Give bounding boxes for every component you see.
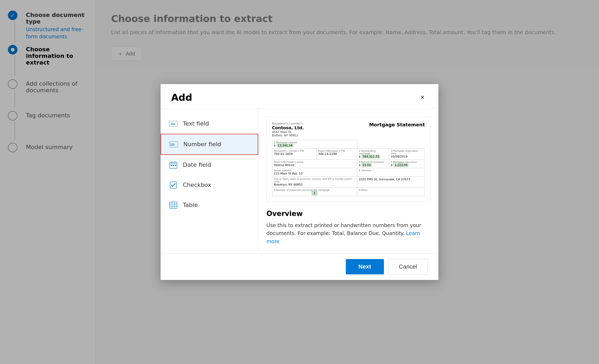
field-item-text[interactable]: Abc Text field xyxy=(161,114,258,134)
highlighted-value: 13,345.34 xyxy=(277,144,294,148)
text-field-label: Text field xyxy=(183,120,209,127)
field3-label: 3.Mortgage origination date xyxy=(391,150,423,155)
address-line2: Buffalo, NY 90852 xyxy=(272,134,304,137)
add-modal: Add × Abc Text field xyxy=(161,84,438,280)
table-row: 8.Number of properties securing the mort… xyxy=(272,187,425,196)
table-label: Table xyxy=(183,202,198,208)
highlighted-value: 1,222.05 xyxy=(393,163,409,167)
table-icon xyxy=(169,200,178,210)
borrower-name-value: Helena Wilcox xyxy=(274,163,355,167)
cancel-button[interactable]: Cancel xyxy=(388,259,428,275)
svg-rect-11 xyxy=(170,182,176,188)
city-label: City or Town, state or province, country… xyxy=(274,178,355,183)
close-button[interactable]: × xyxy=(417,92,428,103)
table-cell: 1.Mortgage interest $ 13,345.34 xyxy=(272,140,357,148)
field9-label: 9.Other xyxy=(359,189,423,191)
overview-title: Overview xyxy=(266,210,430,218)
svg-rect-8 xyxy=(171,165,172,166)
city-value2: 1025 Fifth St. Sunnyvale, CA 27673 xyxy=(359,178,423,181)
street-label: Street address xyxy=(274,169,355,172)
address-line1: 4567 Main St. xyxy=(272,130,304,134)
table-cell: Street address 123 Main St Apt. 10 xyxy=(272,168,357,176)
field2-label: 2.Outstanding mortgage xyxy=(359,150,387,155)
table-row: Street address 123 Main St Apt. 10 6. Ad… xyxy=(272,168,425,176)
table-cell: 6. Address xyxy=(357,168,425,176)
table-cell: 3.Mortgage origination date 10/08/2019 xyxy=(389,148,425,159)
company-name: Contoso, Ltd. xyxy=(272,125,304,130)
overview-section: Overview Use this to extract printed or … xyxy=(266,210,430,245)
preview-panel: Recipient's / Lender's Contoso, Ltd. 456… xyxy=(258,108,438,253)
document-preview: Recipient's / Lender's Contoso, Ltd. 456… xyxy=(266,116,430,202)
field-item-table[interactable]: Table xyxy=(161,195,258,215)
table-cell: 4.Refund of overpaid $ 15.01 xyxy=(357,159,389,168)
date-field-label: Date field xyxy=(183,162,211,168)
table-cell: 1025 Fifth St. Sunnyvale, CA 27673 xyxy=(357,176,425,187)
table-cell: Recipient's / Lender's TIN 750-01-1829 xyxy=(272,148,316,159)
borrower-tin-label: Payer's/Borrower's TIN xyxy=(318,150,355,152)
field8-value: 2 xyxy=(274,191,355,195)
table-row: Payer's/Borrower's name Helena Wilcox 4.… xyxy=(272,159,425,168)
field6-label: 6. Address xyxy=(359,169,423,172)
table-cell: 2.Outstanding mortgage $ 764,321.33 xyxy=(357,148,389,159)
number-field-label: Number field xyxy=(183,141,221,148)
table-cell: 8.Number of properties securing the mort… xyxy=(272,187,357,196)
highlighted-value: 2 xyxy=(312,191,317,195)
checkbox-label: Checkbox xyxy=(183,182,211,188)
field-item-date[interactable]: Date field xyxy=(161,155,258,175)
document-table: 1.Mortgage interest $ 13,345.34 Recipien… xyxy=(272,140,425,196)
modal-overlay: Add × Abc Text field xyxy=(0,0,599,364)
field-list: Abc Text field 123 Number field xyxy=(161,108,258,253)
table-row: 1.Mortgage interest $ 13,345.34 xyxy=(272,140,425,148)
table-row: City or Town, state or province, country… xyxy=(272,176,425,187)
field-item-checkbox[interactable]: Checkbox xyxy=(161,175,258,195)
table-cell: Payer's/Borrower's name Helena Wilcox xyxy=(272,159,357,168)
modal-header: Add × xyxy=(161,84,438,108)
field5-value: $ 1,222.05 xyxy=(391,163,423,167)
table-cell: 5.Mortgage insurance $ 1,222.05 xyxy=(389,159,425,168)
recipient-tin-label: Recipient's / Lender's TIN xyxy=(274,150,315,152)
field1-value: $ 13,345.34 xyxy=(274,144,355,147)
number-icon: 123 xyxy=(169,140,179,149)
table-row: Recipient's / Lender's TIN 750-01-1829 P… xyxy=(272,148,425,159)
city-value: Brooklyn, NY 90852 xyxy=(274,183,355,186)
overview-description: Use this to extract printed or handwritt… xyxy=(266,221,430,245)
statement-title: Mortgage Statement xyxy=(369,122,425,137)
modal-footer: Next Cancel xyxy=(161,253,438,280)
svg-text:Abc: Abc xyxy=(170,122,176,126)
doc-header: Recipient's / Lender's Contoso, Ltd. 456… xyxy=(272,122,425,137)
field2-value: $ 764,321.33 xyxy=(359,155,387,158)
recipient-label: Recipient's / Lender's xyxy=(272,122,304,125)
table-cell: 9.Other xyxy=(357,187,425,196)
svg-text:123: 123 xyxy=(170,143,175,146)
modal-title: Add xyxy=(171,92,192,103)
table-cell: City or Town, state or province, country… xyxy=(272,176,357,187)
recipient-tin-value: 750-01-1829 xyxy=(274,152,315,156)
next-button[interactable]: Next xyxy=(346,259,384,274)
street-value: 123 Main St Apt. 10 xyxy=(274,172,355,175)
calendar-icon xyxy=(169,160,178,170)
company-info: Recipient's / Lender's Contoso, Ltd. 456… xyxy=(272,122,304,137)
checkbox-icon xyxy=(169,180,178,190)
highlighted-value: 764,321.33 xyxy=(361,155,380,159)
table-cell: Payer's/Borrower's TIN 306-14-5298 xyxy=(316,148,357,159)
abc-icon: Abc xyxy=(169,119,178,128)
modal-body: Abc Text field 123 Number field xyxy=(161,108,438,253)
borrower-name-label: Payer's/Borrower's name xyxy=(274,161,355,163)
highlighted-value: 15.01 xyxy=(361,163,372,167)
svg-rect-10 xyxy=(175,165,176,166)
field4-value: $ 15.01 xyxy=(359,163,387,167)
field-item-number[interactable]: 123 Number field xyxy=(161,134,258,155)
field3-value: 10/08/2019 xyxy=(391,155,423,158)
svg-rect-9 xyxy=(173,165,174,166)
svg-rect-12 xyxy=(170,202,177,208)
borrower-tin-value: 306-14-5298 xyxy=(318,152,355,156)
